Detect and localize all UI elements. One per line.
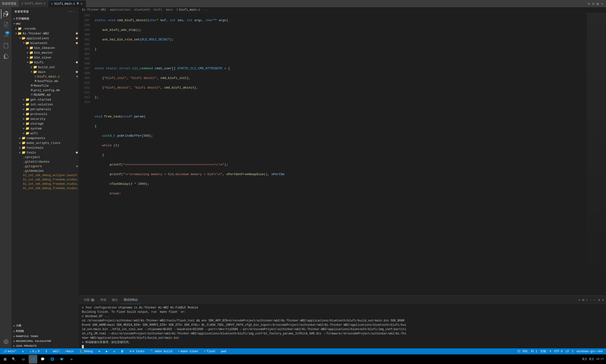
tree-item-makefile[interactable]: M Makefile [12,83,79,88]
taskbar-mail[interactable]: ✉ [67,355,76,364]
breadcrumb-blufi[interactable]: blufi [154,8,162,12]
taskbar-twitter[interactable]: 🐦 [57,355,66,364]
tree-item-security[interactable]: ▶ 📁 security [12,117,79,121]
breadcrumb-ai-thinker[interactable]: Ai-Thinker-WB2 [82,8,106,12]
open-editors-section[interactable]: ▶ 打开编辑器 [12,16,79,21]
tree-item-proj-config[interactable]: M proj_config.mk [12,88,79,93]
tree-item-blufi-main-c[interactable]: C blufi_main.c M [12,74,79,79]
terminal-content[interactable]: ● Your configuration chipname is Ai-Thin… [79,304,606,348]
activity-extensions[interactable] [1,52,11,61]
status-sync[interactable]: ↻ [21,348,25,354]
status-spaces[interactable]: 空格: 4 [539,348,553,354]
activity-remote[interactable] [1,337,11,346]
breadcrumb-applications[interactable]: applications [110,8,131,12]
panel-tab-terminal[interactable]: 终端 [97,296,109,304]
panel-add-icon[interactable]: + [578,298,580,302]
breadcrumb-more[interactable]: ... [204,8,209,12]
status-branch[interactable]: ⎇ main* [2,348,18,354]
status-info[interactable]: 3 [44,348,48,354]
taskbar-search[interactable]: 🔍 [9,355,18,364]
breadcrumb-bluetooth[interactable]: bluetooth [134,8,150,12]
hex-calc-section[interactable]: ▶ HEXADECIMAL CALCULATOR [12,339,79,344]
status-pwd[interactable]: pwd [220,348,228,354]
tree-item-bouffalo-mk[interactable]: M bouffalo.mk [12,79,79,83]
tree-item-launch3[interactable]: bl_iot_sdk_debug_freedom_studio_win_at..… [12,182,79,186]
tree-item-components[interactable]: ▶ 📁 components [12,136,79,141]
status-encoding[interactable]: UTF-8 [552,348,564,354]
activity-explorer[interactable] [1,9,11,19]
tree-item-vscode[interactable]: ▶ 📁 .vscode [12,26,79,31]
breadcrumb-filename[interactable]: blufi_main.c [179,8,200,12]
activity-search[interactable] [1,20,11,29]
sidebar-more-icon[interactable]: ··· [67,9,76,14]
timeline-section[interactable]: ▶ 时间线 [12,328,79,334]
close-icon[interactable]: ✕ [601,2,603,6]
status-refresh[interactable]: ↻ [112,348,117,354]
status-row-col[interactable]: 行 305, 列 1 [516,348,539,354]
taskbar-edge[interactable]: 🌐 [48,355,57,364]
status-flash[interactable]: ⚡ flash [202,348,217,354]
status-make-clean[interactable]: ✂ make clean [177,348,199,354]
tree-item-main[interactable]: ▼ 📂 main [12,69,79,74]
settings-icon[interactable]: ⚙ [592,2,594,6]
tree-item-toolchain[interactable]: ▶ 📁 toolchain [12,145,79,150]
tab-close-button[interactable]: ✕ [80,2,83,6]
panel-chevron-up-icon[interactable]: ∧ [598,298,600,302]
start-button[interactable]: ⊞ [2,356,8,363]
code-content[interactable]: static void cmd_blufi_deinit(char* buf, … [92,13,587,295]
status-tasks[interactable]: ⚙ 4 tasks [128,348,146,354]
tree-item-iot-solution[interactable]: ▶ 📁 iot-solution [12,102,79,107]
tree-item-launch1[interactable]: bl_iot_sdk_debug_eclipse.launch [12,173,79,178]
status-play[interactable]: ▶ [105,348,109,354]
makefile-tasks-section[interactable]: ▶ MAKEFILE TASKS [12,334,79,339]
wb2-section[interactable]: ▼ WB2 [12,21,79,26]
taskbar-chat[interactable]: 💬 [38,355,47,364]
status-language[interactable]: C [571,348,575,354]
taskbar-vscode[interactable] [29,355,37,364]
split-editor-icon[interactable]: ⊡ [588,2,590,6]
status-compiler[interactable]: windows-gcc-x64 [575,348,604,354]
tree-item-blufi[interactable]: ▼ 📂 blufi [12,60,79,65]
tree-item-system[interactable]: ▶ 📁 system [12,126,79,131]
panel-tab-output[interactable]: 输出 [109,296,121,304]
tree-item-ai-thinker[interactable]: ▼ 📂 Ai-Thinker-WB2 [12,31,79,36]
java-projects-section[interactable]: ▶ JAVA PROJECTS [12,344,79,348]
status-errors[interactable]: ⚠ 0 △ 0 [28,348,41,354]
tab-blufi-main-2[interactable]: C blufi_main.c M ✕ [48,0,86,7]
tree-item-make-scripts[interactable]: ▶ 📁 make_scripts_riscv [12,141,79,145]
activity-git[interactable]: ⎇ 5K [1,30,11,40]
status-debug[interactable]: 🐛 Debug [78,348,94,354]
tree-item-get-started[interactable]: ▶ 📁 get-started [12,97,79,102]
panel-tab-problems[interactable]: 问题 3 [81,296,97,304]
taskbar-explorer[interactable]: 🗂 [19,355,28,364]
status-gear[interactable]: ⚙ [97,348,102,354]
panel-split-icon[interactable]: ⊡ [582,298,584,302]
activity-run[interactable] [1,41,11,51]
status-line-ending[interactable]: LF [564,348,570,354]
tree-item-build-out[interactable]: ▶ 📁 build_out [12,65,79,69]
tree-item-peripherals[interactable]: ▶ 📁 peripherals [12,107,79,112]
tree-item-cproject[interactable]: .cproject [12,155,79,159]
panel-tab-debug-console[interactable]: 调试控制台 [121,296,141,304]
status-trash[interactable]: 🗑 [120,348,125,354]
layout-icon[interactable]: ▤ [597,2,599,6]
tree-item-ble-master[interactable]: ▶ 📁 ble_master [12,50,79,55]
tree-item-applications[interactable]: ▼ 📂 applications [12,36,79,41]
tree-item-gitattributes[interactable]: .gitattributes [12,159,79,164]
tree-item-gitignore[interactable]: .gitignore M [12,164,79,169]
tree-item-gitmodules[interactable]: .gitmodules [12,169,79,173]
tab-blufi-main-1[interactable]: C blufi_main.c [19,0,48,7]
tree-item-wifi[interactable]: ▶ 📁 wifi [12,131,79,136]
breadcrumb-main[interactable]: main [166,8,173,12]
tree-item-bluetooth[interactable]: ▼ 📂 bluetooth [12,41,79,45]
tree-item-ble-slave[interactable]: ▶ 📁 ble_slave [12,55,79,60]
tree-item-launch2[interactable]: bl_iot_sdk_debug_freedom_studio_win_at..… [12,178,79,182]
tree-item-storage[interactable]: ▶ 📁 storage [12,121,79,126]
panel-close-icon[interactable]: ✕ [602,298,604,302]
status-make-build[interactable]: 🔨 make build [149,348,174,354]
tree-item-ble-ibeacon[interactable]: ▶ 📁 ble_ibeacon [12,45,79,50]
outline-section[interactable]: ▶ 大纲 [12,323,79,328]
tree-item-tools[interactable]: ▶ 📁 tools [12,150,79,155]
status-wb2[interactable]: wb2/.../main [51,348,75,354]
panel-more-icon[interactable]: ··· [590,298,596,302]
